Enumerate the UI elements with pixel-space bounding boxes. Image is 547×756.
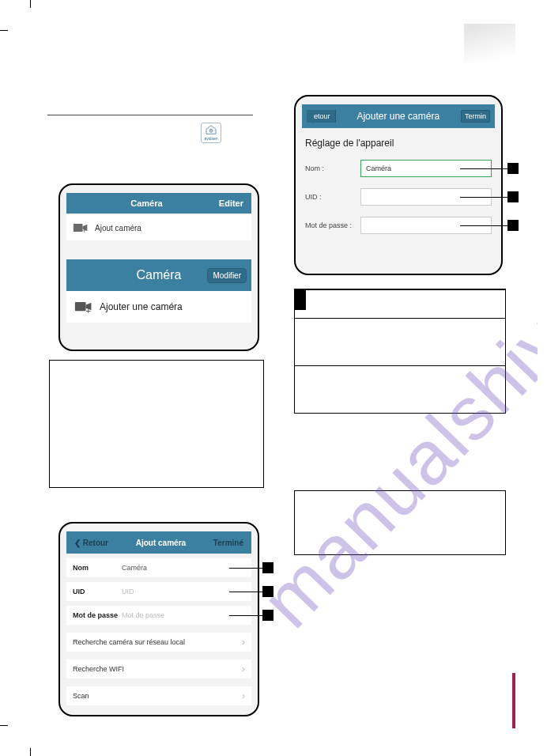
done-button[interactable]: Terminé bbox=[213, 539, 243, 547]
field-uid[interactable]: UID UID bbox=[66, 582, 251, 601]
add-camera-label: Ajout caméra bbox=[95, 224, 141, 232]
nav-label: Recherche caméra sur réseau local bbox=[73, 638, 185, 646]
field-uid: UID : bbox=[305, 188, 492, 206]
field-label: UID : bbox=[305, 193, 360, 201]
edit-button[interactable]: Editer bbox=[219, 198, 243, 208]
section-heading: Réglage de l'appareil bbox=[305, 138, 492, 149]
field-value: Caméra bbox=[122, 564, 147, 572]
header-bar-2: Caméra Modifier bbox=[66, 259, 251, 291]
explain-box-2 bbox=[294, 490, 506, 555]
field-label: UID bbox=[73, 588, 122, 595]
add-camera-row-ios[interactable]: + Ajouter une caméra bbox=[66, 291, 251, 323]
brand-tick bbox=[512, 673, 515, 728]
callout-table bbox=[294, 289, 506, 414]
field-label: Nom : bbox=[305, 164, 360, 172]
modifier-button[interactable]: Modifier bbox=[207, 268, 247, 283]
field-label: Mot de passe : bbox=[305, 221, 360, 229]
back-button[interactable]: retour bbox=[307, 110, 336, 123]
nav-label: Scan bbox=[73, 692, 89, 700]
svg-rect-4 bbox=[75, 302, 86, 311]
callout-marker bbox=[262, 586, 274, 597]
chevron-right-icon: › bbox=[242, 663, 245, 675]
nav-scan[interactable]: Scan › bbox=[66, 686, 251, 705]
svg-point-1 bbox=[210, 130, 212, 132]
header-bar-4: retour Ajouter une caméra Termin bbox=[302, 104, 495, 128]
callout-marker bbox=[295, 289, 306, 310]
nav-label: Recherche WIFI bbox=[73, 665, 124, 673]
header-title-4: Ajouter une caméra bbox=[336, 111, 461, 122]
section-rule bbox=[47, 115, 253, 115]
screen-add-camera-android: retour Ajouter une caméra Termin Réglage… bbox=[294, 95, 503, 275]
add-camera-label-2: Ajouter une caméra bbox=[100, 301, 183, 312]
callout-marker bbox=[262, 562, 274, 573]
app-icon-label: avidsen bbox=[202, 136, 221, 141]
field-placeholder: Mot de passe bbox=[122, 611, 164, 619]
screen-camera-list: Caméra Editer + Ajout caméra Caméra Modi… bbox=[58, 183, 259, 351]
field-label: Nom bbox=[73, 564, 122, 572]
chevron-right-icon: › bbox=[242, 637, 245, 648]
home-camera-icon bbox=[205, 124, 217, 135]
chevron-right-icon: › bbox=[242, 690, 245, 701]
explain-box-1 bbox=[49, 360, 264, 488]
screen-add-camera-ios: ❮ Retour Ajout caméra Terminé Nom Caméra… bbox=[58, 522, 259, 716]
nav-search-wifi[interactable]: Recherche WIFI › bbox=[66, 660, 251, 679]
app-icon: avidsen bbox=[201, 123, 221, 143]
field-label: Mot de passe bbox=[73, 611, 122, 619]
field-name[interactable]: Nom Caméra bbox=[66, 558, 251, 577]
svg-text:+: + bbox=[82, 228, 86, 234]
field-name: Nom : Caméra bbox=[305, 160, 492, 177]
field-password: Mot de passe : bbox=[305, 217, 492, 234]
callout-marker bbox=[262, 610, 274, 621]
done-button[interactable]: Termin bbox=[461, 110, 490, 123]
callout-marker bbox=[507, 191, 519, 202]
back-button[interactable]: ❮ Retour bbox=[74, 539, 108, 547]
header-bar-3: ❮ Retour Ajout caméra Terminé bbox=[66, 531, 251, 554]
callout-marker bbox=[507, 163, 519, 174]
camera-add-icon: + bbox=[74, 301, 93, 313]
header-title: Caméra bbox=[130, 198, 162, 208]
callout-marker bbox=[507, 220, 519, 231]
nav-search-lan[interactable]: Recherche caméra sur réseau local › bbox=[66, 633, 251, 652]
camera-add-icon: + bbox=[73, 222, 89, 233]
field-password[interactable]: Mot de passe Mot de passe bbox=[66, 606, 251, 625]
field-placeholder: UID bbox=[122, 588, 134, 595]
header-bar-1: Caméra Editer bbox=[66, 193, 251, 214]
header-title-3: Ajout caméra bbox=[136, 539, 186, 547]
svg-rect-2 bbox=[74, 224, 83, 232]
svg-text:+: + bbox=[86, 306, 92, 313]
header-title-2: Caméra bbox=[137, 268, 182, 282]
add-camera-row-android[interactable]: + Ajout caméra bbox=[66, 215, 251, 240]
